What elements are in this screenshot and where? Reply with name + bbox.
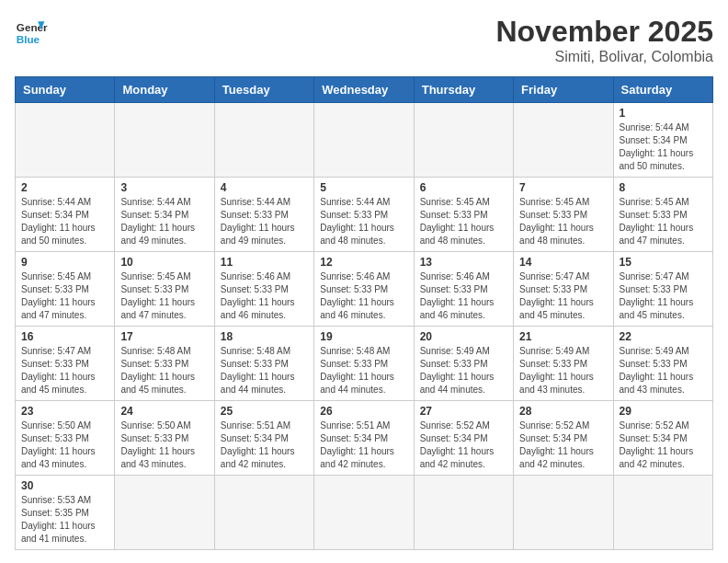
day-number: 29: [620, 405, 707, 418]
weekday-header-friday: Friday: [514, 77, 613, 103]
calendar-cell: [514, 476, 613, 550]
day-info: Sunrise: 5:44 AMSunset: 5:34 PMDaylight:…: [620, 121, 707, 173]
day-info: Sunrise: 5:48 AMSunset: 5:33 PMDaylight:…: [320, 345, 407, 396]
day-number: 16: [21, 330, 108, 343]
day-number: 8: [620, 181, 707, 194]
day-info: Sunrise: 5:47 AMSunset: 5:33 PMDaylight:…: [21, 345, 108, 396]
calendar-week-row: 1Sunrise: 5:44 AMSunset: 5:34 PMDaylight…: [16, 103, 713, 178]
day-info: Sunrise: 5:53 AMSunset: 5:35 PMDaylight:…: [21, 494, 108, 546]
day-number: 28: [519, 405, 607, 418]
calendar-cell: 28Sunrise: 5:52 AMSunset: 5:34 PMDayligh…: [514, 401, 613, 476]
calendar-cell: 14Sunrise: 5:47 AMSunset: 5:33 PMDayligh…: [514, 252, 613, 327]
day-number: 10: [120, 256, 208, 269]
calendar-cell: 11Sunrise: 5:46 AMSunset: 5:33 PMDayligh…: [214, 252, 313, 327]
day-info: Sunrise: 5:44 AMSunset: 5:33 PMDaylight:…: [320, 196, 407, 247]
day-number: 12: [320, 256, 407, 269]
calendar-cell: 10Sunrise: 5:45 AMSunset: 5:33 PMDayligh…: [115, 252, 214, 327]
weekday-header-monday: Monday: [115, 77, 214, 103]
day-number: 6: [420, 181, 507, 194]
day-info: Sunrise: 5:45 AMSunset: 5:33 PMDaylight:…: [620, 196, 707, 247]
day-info: Sunrise: 5:45 AMSunset: 5:33 PMDaylight:…: [519, 196, 607, 247]
calendar-cell: 16Sunrise: 5:47 AMSunset: 5:33 PMDayligh…: [16, 327, 115, 401]
calendar-cell: 7Sunrise: 5:45 AMSunset: 5:33 PMDaylight…: [514, 178, 613, 252]
day-info: Sunrise: 5:49 AMSunset: 5:33 PMDaylight:…: [620, 345, 707, 396]
calendar-cell: 15Sunrise: 5:47 AMSunset: 5:33 PMDayligh…: [613, 252, 712, 327]
day-info: Sunrise: 5:46 AMSunset: 5:33 PMDaylight:…: [420, 270, 507, 322]
day-number: 9: [21, 256, 108, 269]
weekday-header-tuesday: Tuesday: [214, 77, 313, 103]
calendar-cell: 6Sunrise: 5:45 AMSunset: 5:33 PMDaylight…: [414, 178, 513, 252]
calendar-cell: 9Sunrise: 5:45 AMSunset: 5:33 PMDaylight…: [16, 252, 115, 327]
calendar-cell: [214, 103, 313, 178]
logo: General Blue: [15, 15, 48, 48]
calendar-cell: [414, 103, 513, 178]
day-number: 19: [320, 330, 407, 343]
day-info: Sunrise: 5:51 AMSunset: 5:34 PMDaylight:…: [221, 419, 308, 471]
day-info: Sunrise: 5:52 AMSunset: 5:34 PMDaylight:…: [620, 419, 707, 471]
page-subtitle: Simiti, Bolivar, Colombia: [495, 49, 713, 65]
day-info: Sunrise: 5:46 AMSunset: 5:33 PMDaylight:…: [221, 270, 308, 322]
calendar-cell: [314, 103, 414, 178]
day-number: 13: [420, 256, 507, 269]
day-info: Sunrise: 5:49 AMSunset: 5:33 PMDaylight:…: [519, 345, 607, 396]
day-number: 27: [420, 405, 507, 418]
calendar-cell: 27Sunrise: 5:52 AMSunset: 5:34 PMDayligh…: [414, 401, 513, 476]
calendar-cell: 17Sunrise: 5:48 AMSunset: 5:33 PMDayligh…: [115, 327, 214, 401]
calendar-week-row: 16Sunrise: 5:47 AMSunset: 5:33 PMDayligh…: [16, 327, 713, 401]
day-number: 21: [519, 330, 607, 343]
weekday-header-saturday: Saturday: [613, 77, 712, 103]
day-info: Sunrise: 5:52 AMSunset: 5:34 PMDaylight:…: [519, 419, 607, 471]
calendar-cell: 30Sunrise: 5:53 AMSunset: 5:35 PMDayligh…: [16, 476, 115, 550]
day-number: 4: [221, 181, 308, 194]
calendar-table: SundayMondayTuesdayWednesdayThursdayFrid…: [15, 76, 713, 550]
calendar-cell: [214, 476, 313, 550]
calendar-cell: 24Sunrise: 5:50 AMSunset: 5:33 PMDayligh…: [115, 401, 214, 476]
day-number: 18: [221, 330, 308, 343]
day-number: 23: [21, 405, 108, 418]
calendar-cell: 13Sunrise: 5:46 AMSunset: 5:33 PMDayligh…: [414, 252, 513, 327]
calendar-cell: 8Sunrise: 5:45 AMSunset: 5:33 PMDaylight…: [613, 178, 712, 252]
day-info: Sunrise: 5:50 AMSunset: 5:33 PMDaylight:…: [21, 419, 108, 471]
day-info: Sunrise: 5:45 AMSunset: 5:33 PMDaylight:…: [420, 196, 507, 247]
day-info: Sunrise: 5:44 AMSunset: 5:34 PMDaylight:…: [120, 196, 208, 247]
weekday-header-thursday: Thursday: [414, 77, 513, 103]
title-block: November 2025 Simiti, Bolivar, Colombia: [495, 15, 713, 65]
day-info: Sunrise: 5:48 AMSunset: 5:33 PMDaylight:…: [221, 345, 308, 396]
calendar-cell: 1Sunrise: 5:44 AMSunset: 5:34 PMDaylight…: [613, 103, 712, 178]
day-number: 14: [519, 256, 607, 269]
calendar-cell: 26Sunrise: 5:51 AMSunset: 5:34 PMDayligh…: [314, 401, 414, 476]
day-info: Sunrise: 5:52 AMSunset: 5:34 PMDaylight:…: [420, 419, 507, 471]
logo-icon: General Blue: [15, 15, 48, 48]
page-title: November 2025: [495, 15, 713, 49]
day-info: Sunrise: 5:50 AMSunset: 5:33 PMDaylight:…: [120, 419, 208, 471]
calendar-cell: 12Sunrise: 5:46 AMSunset: 5:33 PMDayligh…: [314, 252, 414, 327]
calendar-week-row: 9Sunrise: 5:45 AMSunset: 5:33 PMDaylight…: [16, 252, 713, 327]
calendar-cell: 4Sunrise: 5:44 AMSunset: 5:33 PMDaylight…: [214, 178, 313, 252]
day-info: Sunrise: 5:45 AMSunset: 5:33 PMDaylight:…: [120, 270, 208, 322]
calendar-cell: 20Sunrise: 5:49 AMSunset: 5:33 PMDayligh…: [414, 327, 513, 401]
day-number: 1: [620, 107, 707, 120]
day-number: 22: [620, 330, 707, 343]
day-number: 11: [221, 256, 308, 269]
calendar-cell: 5Sunrise: 5:44 AMSunset: 5:33 PMDaylight…: [314, 178, 414, 252]
calendar-cell: 19Sunrise: 5:48 AMSunset: 5:33 PMDayligh…: [314, 327, 414, 401]
day-number: 17: [120, 330, 208, 343]
day-number: 15: [620, 256, 707, 269]
calendar-cell: 23Sunrise: 5:50 AMSunset: 5:33 PMDayligh…: [16, 401, 115, 476]
weekday-header-row: SundayMondayTuesdayWednesdayThursdayFrid…: [16, 77, 713, 103]
day-number: 24: [120, 405, 208, 418]
day-info: Sunrise: 5:47 AMSunset: 5:33 PMDaylight:…: [620, 270, 707, 322]
calendar-cell: [115, 103, 214, 178]
calendar-week-row: 23Sunrise: 5:50 AMSunset: 5:33 PMDayligh…: [16, 401, 713, 476]
day-info: Sunrise: 5:44 AMSunset: 5:34 PMDaylight:…: [21, 196, 108, 247]
weekday-header-wednesday: Wednesday: [314, 77, 414, 103]
calendar-cell: [514, 103, 613, 178]
svg-text:Blue: Blue: [17, 33, 40, 45]
calendar-week-row: 2Sunrise: 5:44 AMSunset: 5:34 PMDaylight…: [16, 178, 713, 252]
day-info: Sunrise: 5:44 AMSunset: 5:33 PMDaylight:…: [221, 196, 308, 247]
calendar-cell: [16, 103, 115, 178]
calendar-week-row: 30Sunrise: 5:53 AMSunset: 5:35 PMDayligh…: [16, 476, 713, 550]
day-info: Sunrise: 5:48 AMSunset: 5:33 PMDaylight:…: [120, 345, 208, 396]
calendar-cell: 22Sunrise: 5:49 AMSunset: 5:33 PMDayligh…: [613, 327, 712, 401]
day-info: Sunrise: 5:46 AMSunset: 5:33 PMDaylight:…: [320, 270, 407, 322]
